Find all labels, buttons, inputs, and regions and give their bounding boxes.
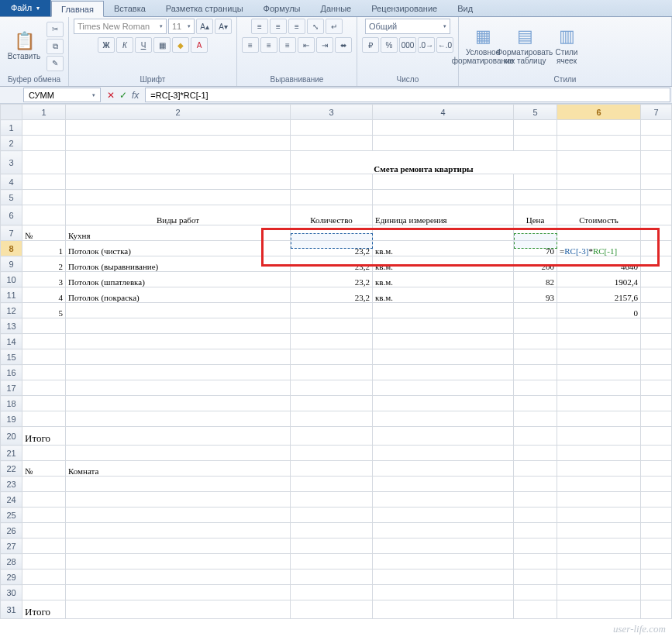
cell[interactable]: 23,2 <box>291 272 373 287</box>
cell[interactable]: кв.м. <box>373 272 514 287</box>
row-header[interactable]: 15 <box>1 349 22 365</box>
cell[interactable]: № <box>22 461 66 477</box>
cell[interactable]: Итого <box>22 427 66 446</box>
row-header[interactable]: 30 <box>1 585 22 600</box>
percent-button[interactable]: % <box>381 37 398 53</box>
row-header[interactable]: 11 <box>1 287 22 303</box>
row-header[interactable]: 20 <box>1 427 22 446</box>
grid[interactable]: 1 2 3 4 5 6 7 1 2 3Смета ремонта квартир… <box>0 104 672 619</box>
cancel-formula-button[interactable]: ✕ <box>107 90 115 101</box>
cell[interactable]: 4 <box>22 287 66 303</box>
row-header[interactable]: 17 <box>1 380 22 396</box>
fx-button[interactable]: fx <box>132 90 139 101</box>
currency-button[interactable]: ₽ <box>362 37 379 53</box>
fill-color-button[interactable]: ◆ <box>172 37 189 53</box>
border-button[interactable]: ▦ <box>153 37 171 53</box>
row-header[interactable]: 27 <box>1 538 22 554</box>
decrease-indent-button[interactable]: ⇤ <box>298 37 315 53</box>
select-all-corner[interactable] <box>1 105 22 120</box>
cell[interactable]: 23,2 <box>291 256 373 272</box>
copy-button[interactable]: ⧉ <box>47 39 64 54</box>
cell[interactable]: 5 <box>22 303 66 318</box>
col-header[interactable]: 1 <box>22 105 66 120</box>
tab-page-layout[interactable]: Разметка страницы <box>156 0 253 16</box>
increase-font-button[interactable]: A▴ <box>196 19 213 34</box>
cell[interactable]: 4640 <box>557 256 641 272</box>
cell[interactable]: 2157,6 <box>557 287 641 303</box>
cell[interactable]: 200 <box>514 256 557 272</box>
row-header[interactable]: 12 <box>1 303 22 318</box>
row-header[interactable]: 22 <box>1 461 22 477</box>
row-header[interactable]: 1 <box>1 120 22 136</box>
row-header[interactable]: 14 <box>1 334 22 349</box>
cell[interactable]: Цена <box>514 205 557 225</box>
align-top-button[interactable]: ≡ <box>251 19 268 34</box>
row-header[interactable]: 25 <box>1 508 22 523</box>
merge-button[interactable]: ⬌ <box>335 37 352 53</box>
orientation-button[interactable]: ⤡ <box>307 19 324 34</box>
row-header[interactable]: 7 <box>1 225 22 241</box>
decrease-decimal-button[interactable]: ←.0 <box>436 37 453 53</box>
font-name-select[interactable]: Times New Roman▾ <box>74 19 167 34</box>
row-header[interactable]: 6 <box>1 205 22 225</box>
cell[interactable]: 70 <box>514 241 557 256</box>
cell[interactable]: Количество <box>291 205 373 225</box>
font-color-button[interactable]: A <box>191 37 208 53</box>
col-header[interactable]: 7 <box>641 105 672 120</box>
tab-file[interactable]: Файл ▾ <box>0 0 51 16</box>
number-format-select[interactable]: Общий▾ <box>365 19 450 34</box>
cell[interactable]: 0 <box>557 303 641 318</box>
col-header[interactable]: 5 <box>514 105 557 120</box>
cell[interactable]: 1902,4 <box>557 272 641 287</box>
tab-review[interactable]: Рецензирование <box>361 0 447 16</box>
row-header[interactable]: 4 <box>1 174 22 190</box>
cell-styles-button[interactable]: ▥ Стили ячеек <box>547 22 586 71</box>
col-header[interactable]: 3 <box>291 105 373 120</box>
cut-button[interactable]: ✂ <box>47 22 64 37</box>
cell[interactable]: 1 <box>22 241 66 256</box>
font-size-select[interactable]: 11▾ <box>168 19 195 34</box>
enter-formula-button[interactable]: ✓ <box>119 90 127 101</box>
italic-button[interactable]: К <box>116 37 133 53</box>
cell[interactable]: Потолок (чистка) <box>66 241 291 256</box>
row-header[interactable]: 21 <box>1 446 22 461</box>
row-header[interactable]: 24 <box>1 492 22 508</box>
active-cell[interactable]: =RC[-3]*RC[-1] <box>557 241 641 256</box>
cell[interactable]: № <box>22 225 66 241</box>
cell[interactable]: 2 <box>22 256 66 272</box>
cell[interactable]: Итого <box>22 600 66 619</box>
row-header[interactable]: 3 <box>1 151 22 174</box>
format-painter-button[interactable]: ✎ <box>47 56 64 71</box>
row-header[interactable]: 5 <box>1 190 22 205</box>
cell[interactable]: 93 <box>514 287 557 303</box>
col-header[interactable]: 6 <box>557 105 641 120</box>
cell[interactable]: Виды работ <box>66 205 291 225</box>
cell[interactable]: 3 <box>22 272 66 287</box>
align-right-button[interactable]: ≡ <box>279 37 296 53</box>
align-left-button[interactable]: ≡ <box>242 37 259 53</box>
row-header[interactable]: 23 <box>1 477 22 492</box>
align-bottom-button[interactable]: ≡ <box>288 19 305 34</box>
title-cell[interactable]: Смета ремонта квартиры <box>291 151 557 174</box>
cell[interactable]: 82 <box>514 272 557 287</box>
bold-button[interactable]: Ж <box>98 37 115 53</box>
comma-button[interactable]: 000 <box>399 37 416 53</box>
name-box[interactable]: СУММ ▾ <box>23 88 101 102</box>
cell[interactable]: кв.м. <box>373 287 514 303</box>
tab-insert[interactable]: Вставка <box>104 0 156 16</box>
cell[interactable]: кв.м. <box>373 256 514 272</box>
row-header[interactable]: 10 <box>1 272 22 287</box>
paste-button[interactable]: 📋 Вставить <box>5 22 43 71</box>
cell[interactable]: Кухня <box>66 225 291 241</box>
row-header[interactable]: 26 <box>1 523 22 538</box>
cell[interactable]: Потолок (покраска) <box>66 287 291 303</box>
row-header[interactable]: 29 <box>1 569 22 585</box>
row-header[interactable]: 19 <box>1 411 22 427</box>
tab-home[interactable]: Главная <box>51 1 104 17</box>
row-header[interactable]: 28 <box>1 554 22 569</box>
tab-view[interactable]: Вид <box>447 0 483 16</box>
align-middle-button[interactable]: ≡ <box>270 19 287 34</box>
row-header[interactable]: 9 <box>1 256 22 272</box>
cell[interactable]: кв.м. <box>373 241 514 256</box>
tab-data[interactable]: Данные <box>310 0 361 16</box>
